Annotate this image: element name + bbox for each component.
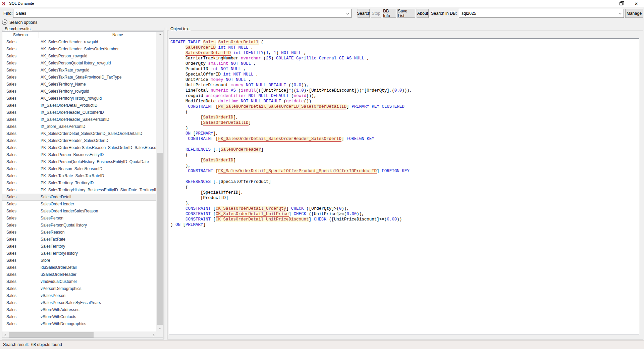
table-row[interactable]: SalesSalesPersonQuotaHistory — [2, 222, 156, 229]
minimize-button[interactable] — [598, 0, 613, 7]
table-row[interactable]: SalesvIndividualCustomer — [2, 278, 156, 285]
database-value: sql2025 — [462, 11, 476, 16]
table-row[interactable]: SalesPK_SalesTerritory_TerritoryID — [2, 180, 156, 187]
save-list-button[interactable]: Save List — [397, 9, 415, 18]
table-row[interactable]: SalesPK_SalesOrderDetail_SalesOrderID_Sa… — [2, 130, 156, 137]
table-row[interactable]: SalesvSalesPersonSalesByFiscalYears — [2, 299, 156, 306]
cell-name: AK_SalesPersonQuotaHistory_rowguid — [41, 60, 111, 67]
sql-line: [SalesOrderID], — [170, 115, 639, 120]
table-row[interactable]: SalesAK_SalesTerritoryHistory_rowguid — [2, 95, 156, 102]
object-text-area[interactable]: CREATE TABLE Sales.SalesOrderDetail ( Sa… — [169, 38, 639, 335]
table-row[interactable]: SalesvStoreWithContacts — [2, 313, 156, 320]
table-row[interactable]: SalesAK_SalesTerritory_Name — [2, 81, 156, 88]
table-row[interactable]: SalesStore — [2, 257, 156, 264]
table-row[interactable]: SalesIX_SalesOrderHeader_CustomerID — [2, 109, 156, 116]
table-row[interactable]: SalesPK_SalesPersonQuotaHistory_Business… — [2, 158, 156, 165]
close-button[interactable]: ✕ — [629, 0, 644, 7]
cell-schema: Sales — [6, 81, 16, 88]
cell-name: AK_SalesTerritoryHistory_rowguid — [41, 95, 102, 102]
chevron-down-icon[interactable] — [619, 12, 621, 14]
db-info-button[interactable]: DB Info — [383, 9, 396, 18]
find-input[interactable]: Sales — [13, 9, 352, 18]
cell-schema: Sales — [6, 165, 16, 172]
table-row[interactable]: SalesuSalesOrderHeader — [2, 271, 156, 278]
table-row[interactable]: SalesSalesOrderDetail — [2, 194, 156, 201]
table-row[interactable]: SalesPK_SalesReason_SalesReasonID — [2, 165, 156, 172]
table-row[interactable]: SalesPK_SalesOrderHeader_SalesOrderID — [2, 137, 156, 144]
table-row[interactable]: SalesAK_SalesPerson_rowguid — [2, 53, 156, 60]
cell-name: uSalesOrderHeader — [41, 271, 76, 278]
table-row[interactable]: SalesAK_SalesTaxRate_StateProvinceID_Tax… — [2, 74, 156, 81]
table-row[interactable]: SalesvPersonDemographics — [2, 285, 156, 292]
table-row[interactable]: SalesIX_SalesOrderDetail_ProductID — [2, 102, 156, 109]
table-row[interactable]: SalesSalesOrderHeaderSalesReason — [2, 208, 156, 215]
app-icon: S — [2, 1, 7, 6]
cell-name: AK_SalesOrderHeader_SalesOrderNumber — [41, 46, 119, 53]
about-button[interactable]: About — [417, 9, 429, 18]
scroll-down-button[interactable] — [156, 326, 163, 332]
cell-name: AK_SalesTerritory_rowguid — [41, 88, 89, 95]
results-list[interactable]: Schema Name SalesAK_SalesOrderHeader_row… — [2, 32, 163, 338]
cell-schema: Sales — [6, 194, 16, 201]
cell-name: PK_SalesTaxRate_SalesTaxRateID — [41, 172, 104, 180]
cell-schema: Sales — [6, 88, 16, 95]
horizontal-scrollbar[interactable] — [2, 332, 156, 338]
table-row[interactable]: SalesPK_SalesTaxRate_SalesTaxRateID — [2, 172, 156, 180]
table-row[interactable]: SalesAK_SalesOrderHeader_SalesOrderNumbe… — [2, 46, 156, 53]
cell-schema: Sales — [6, 53, 16, 60]
sql-line: [SalesOrderID] — [170, 158, 639, 163]
manage-button[interactable]: Manage — [625, 9, 643, 18]
table-row[interactable]: SalesSalesTaxRate — [2, 236, 156, 243]
table-row[interactable]: SalesSalesTerritory — [2, 243, 156, 250]
vertical-scrollbar-thumb[interactable] — [157, 153, 163, 325]
panel-splitter[interactable] — [164, 28, 167, 339]
sql-line: [ProductID] — [170, 195, 639, 201]
table-row[interactable]: SalesSalesOrderHeader — [2, 201, 156, 208]
table-row[interactable]: SalesvSalesPerson — [2, 292, 156, 299]
cell-schema: Sales — [6, 158, 16, 165]
restore-icon — [620, 2, 623, 5]
search-options-label[interactable]: Search options — [9, 20, 37, 25]
table-row[interactable]: SalesSalesTerritoryHistory — [2, 250, 156, 257]
sql-line: [SpecialOfferID], — [170, 190, 639, 195]
cell-schema: Sales — [6, 306, 16, 313]
table-row[interactable]: SalesvStoreWithAddresses — [2, 306, 156, 313]
table-row[interactable]: SalesIX_SalesOrderHeader_SalesPersonID — [2, 116, 156, 123]
table-row[interactable]: SalesAK_SalesOrderHeader_rowguid — [2, 39, 156, 46]
table-row[interactable]: SalesPK_SalesPerson_BusinessEntityID — [2, 151, 156, 158]
database-select[interactable]: sql2025 — [459, 9, 624, 18]
chevron-down-icon[interactable] — [346, 12, 349, 14]
table-row[interactable]: SalesAK_SalesTaxRate_rowguid — [2, 67, 156, 74]
table-row[interactable]: SalesSalesPerson — [2, 215, 156, 222]
sql-line: REFERENCES [.[SalesOrderHeader] — [170, 147, 639, 152]
cell-name: SalesOrderDetail — [41, 194, 71, 201]
table-row[interactable]: SalesAK_SalesTerritory_rowguid — [2, 88, 156, 95]
cell-schema: Sales — [6, 299, 16, 306]
scroll-left-button[interactable] — [2, 332, 8, 338]
column-header-schema[interactable]: Schema — [2, 32, 39, 38]
vertical-scrollbar[interactable] — [156, 32, 163, 332]
sql-line: ), — [170, 201, 639, 206]
cell-name: IX_SalesOrderDetail_ProductID — [41, 102, 97, 109]
chevron-right-icon — [152, 334, 154, 336]
cell-name: PK_SalesPerson_BusinessEntityID — [41, 151, 104, 158]
cell-schema: Sales — [6, 236, 16, 243]
scroll-up-button[interactable] — [156, 32, 163, 38]
search-options-toggle[interactable] — [2, 19, 7, 25]
table-row[interactable]: SalesSalesReason — [2, 229, 156, 236]
column-header-name[interactable]: Name — [39, 32, 156, 38]
horizontal-scrollbar-thumb[interactable] — [9, 332, 94, 338]
sql-line: ModifiedDate datetime NOT NULL DEFAULT (… — [170, 99, 639, 104]
sql-line: rowguid uniqueidentifier NOT NULL DEFAUL… — [170, 93, 639, 99]
cell-schema: Sales — [6, 187, 16, 194]
table-row[interactable]: SalesiduSalesOrderDetail — [2, 264, 156, 271]
table-row[interactable]: SalesvStoreWithDemographics — [2, 320, 156, 328]
search-button[interactable]: Search — [358, 9, 370, 18]
table-row[interactable]: SalesPK_SalesTerritoryHistory_BusinessEn… — [2, 187, 156, 194]
table-row[interactable]: SalesIX_Store_SalesPersonID — [2, 123, 156, 130]
sql-line: SpecialOfferID int NOT NULL , — [170, 72, 639, 77]
table-row[interactable]: SalesPK_SalesOrderHeaderSalesReason_Sale… — [2, 144, 156, 151]
restore-button[interactable] — [613, 0, 629, 7]
table-row[interactable]: SalesAK_SalesPersonQuotaHistory_rowguid — [2, 60, 156, 67]
cell-schema: Sales — [6, 172, 16, 180]
